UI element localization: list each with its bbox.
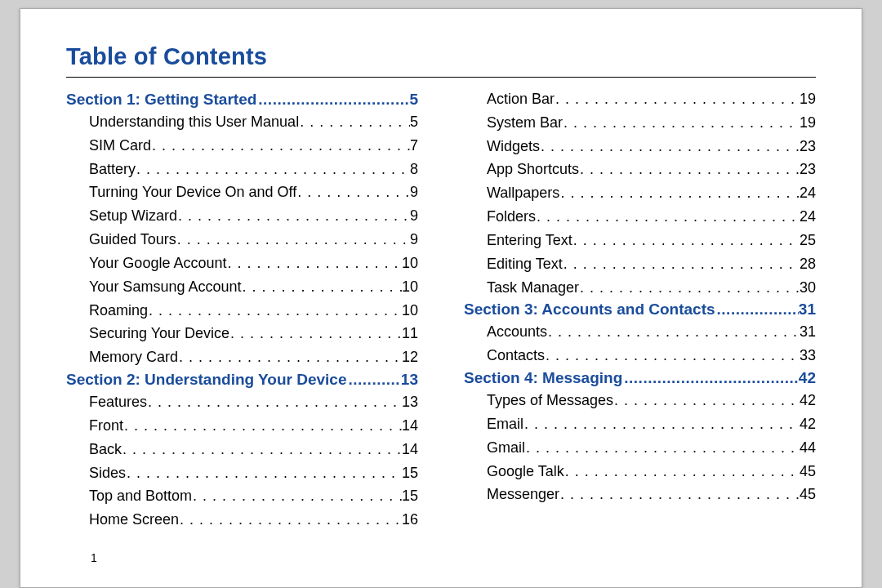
toc-label: SIM Card xyxy=(89,136,151,156)
toc-entry[interactable]: Action Bar 19 xyxy=(487,89,816,109)
leader-dots xyxy=(523,414,800,434)
leader-dots xyxy=(536,207,800,227)
leader-dots xyxy=(579,159,800,180)
leader-dots xyxy=(559,183,800,203)
toc-entry[interactable]: Top and Bottom 15 xyxy=(89,486,418,506)
manual-page: Table of Contents Section 1: Getting Sta… xyxy=(20,8,862,588)
toc-entry[interactable]: Sides 15 xyxy=(89,463,418,483)
toc-page-number: 5 xyxy=(409,91,418,109)
leader-dots xyxy=(579,278,800,298)
toc-entry[interactable]: Front 14 xyxy=(89,416,418,436)
toc-label: Setup Wizard xyxy=(89,206,177,226)
toc-label: Your Google Account xyxy=(89,253,226,274)
toc-entry[interactable]: Features 13 xyxy=(89,392,418,412)
leader-dots xyxy=(559,484,800,505)
leader-dots xyxy=(179,510,402,530)
toc-entry[interactable]: Gmail 44 xyxy=(487,438,816,458)
leader-dots xyxy=(177,206,410,226)
toc-page-number: 23 xyxy=(800,159,816,180)
toc-label: Home Screen xyxy=(89,510,179,530)
toc-page-number: 13 xyxy=(401,371,418,389)
toc-label: Battery xyxy=(89,159,136,180)
toc-entry[interactable]: App Shortcuts 23 xyxy=(487,159,816,180)
toc-page-number: 19 xyxy=(800,113,816,133)
toc-label: Editing Text xyxy=(487,254,563,274)
toc-entry[interactable]: Editing Text 28 xyxy=(487,254,816,274)
toc-entry[interactable]: Home Screen 16 xyxy=(89,510,418,530)
toc-section-heading[interactable]: Section 1: Getting Started 5 xyxy=(66,91,418,109)
toc-label: Wallpapers xyxy=(487,183,559,203)
toc-label: Turning Your Device On and Off xyxy=(89,182,296,203)
toc-entry[interactable]: Email 42 xyxy=(487,414,816,434)
leader-dots xyxy=(547,322,800,342)
leader-dots xyxy=(136,159,410,180)
toc-page-number: 15 xyxy=(402,486,418,506)
toc-page-number: 13 xyxy=(402,392,418,412)
leader-dots xyxy=(241,277,402,297)
toc-label: Section 1: Getting Started xyxy=(66,91,256,109)
toc-label: Action Bar xyxy=(487,89,555,109)
leader-dots xyxy=(525,438,800,458)
toc-entry[interactable]: Folders 24 xyxy=(487,207,816,227)
toc-entry[interactable]: Task Manager 30 xyxy=(487,278,816,298)
leader-dots xyxy=(126,463,402,483)
toc-page-number: 10 xyxy=(402,253,418,274)
toc-entry[interactable]: Setup Wizard 9 xyxy=(89,206,418,226)
toc-entry[interactable]: SIM Card 7 xyxy=(89,136,418,156)
toc-label: Entering Text xyxy=(487,230,572,251)
toc-label: Securing Your Device xyxy=(89,323,229,344)
toc-entry[interactable]: Roaming 10 xyxy=(89,301,418,321)
toc-entry[interactable]: Accounts 31 xyxy=(487,322,816,342)
toc-page-number: 12 xyxy=(402,347,418,368)
toc-entry[interactable]: Messenger 45 xyxy=(487,484,816,505)
toc-page-number: 24 xyxy=(800,183,816,203)
toc-entry[interactable]: Understanding this User Manual 5 xyxy=(89,112,418,132)
toc-column-right: Action Bar 19System Bar 19Widgets 23App … xyxy=(464,89,816,533)
toc-entry[interactable]: Memory Card 12 xyxy=(89,347,418,368)
leader-dots xyxy=(229,323,402,344)
leader-dots xyxy=(346,371,400,389)
leader-dots xyxy=(226,253,402,274)
toc-label: Section 2: Understanding Your Device xyxy=(66,371,346,389)
toc-page-number: 5 xyxy=(410,112,418,132)
toc-label: Contacts xyxy=(487,345,545,366)
toc-entry[interactable]: Your Samsung Account 10 xyxy=(89,277,418,297)
toc-page-number: 16 xyxy=(402,510,418,530)
toc-entry[interactable]: Entering Text 25 xyxy=(487,230,816,251)
toc-page-number: 42 xyxy=(799,369,816,387)
toc-page-number: 19 xyxy=(800,89,816,109)
toc-entry[interactable]: Widgets 23 xyxy=(487,136,816,157)
toc-label: Email xyxy=(487,414,523,434)
leader-dots xyxy=(572,230,800,251)
toc-section-heading[interactable]: Section 4: Messaging 42 xyxy=(464,369,816,387)
toc-entry[interactable]: Turning Your Device On and Off 9 xyxy=(89,182,418,203)
leader-dots xyxy=(715,301,799,318)
toc-page-number: 45 xyxy=(800,461,816,482)
toc-page-number: 10 xyxy=(402,277,418,297)
toc-entry[interactable]: System Bar 19 xyxy=(487,113,816,133)
toc-label: Section 3: Accounts and Contacts xyxy=(464,301,715,318)
toc-page-number: 24 xyxy=(800,207,816,227)
toc-page-number: 11 xyxy=(402,323,418,344)
toc-entry[interactable]: Wallpapers 24 xyxy=(487,183,816,203)
toc-entry[interactable]: Securing Your Device 11 xyxy=(89,323,418,344)
toc-entry[interactable]: Your Google Account 10 xyxy=(89,253,418,274)
toc-entry[interactable]: Guided Tours 9 xyxy=(89,229,418,250)
toc-entry[interactable]: Google Talk 45 xyxy=(487,461,816,482)
toc-entry[interactable]: Types of Messages 42 xyxy=(487,390,816,411)
leader-dots xyxy=(176,229,410,250)
toc-label: System Bar xyxy=(487,113,563,133)
leader-dots xyxy=(563,254,800,274)
toc-entry[interactable]: Back 14 xyxy=(89,439,418,460)
toc-page-number: 31 xyxy=(799,301,816,318)
toc-entry[interactable]: Contacts 33 xyxy=(487,345,816,366)
toc-section-heading[interactable]: Section 3: Accounts and Contacts 31 xyxy=(464,301,816,318)
toc-label: App Shortcuts xyxy=(487,159,579,180)
leader-dots xyxy=(123,416,402,436)
toc-section-heading[interactable]: Section 2: Understanding Your Device 13 xyxy=(66,371,418,389)
toc-page-number: 14 xyxy=(402,416,418,436)
leader-dots xyxy=(540,136,800,157)
toc-entry[interactable]: Battery 8 xyxy=(89,159,418,180)
toc-page-number: 30 xyxy=(800,278,816,298)
toc-label: Google Talk xyxy=(487,461,564,482)
